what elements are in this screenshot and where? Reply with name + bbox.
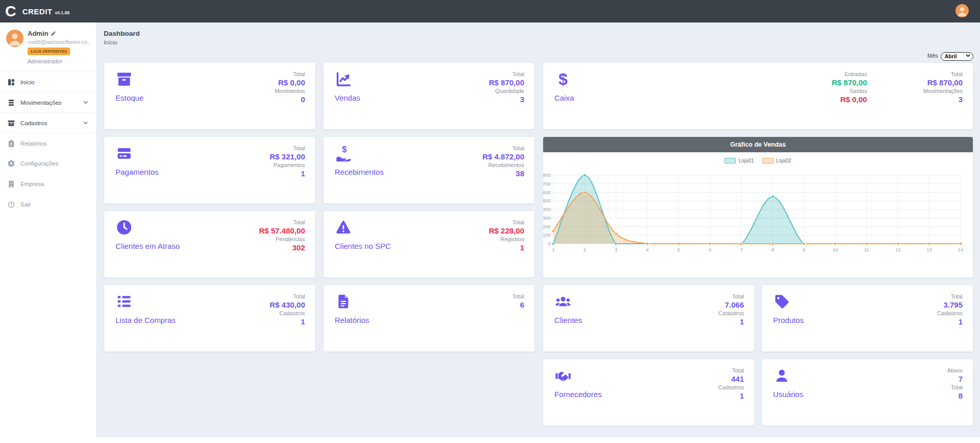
stat-value: 8 bbox=[947, 391, 963, 400]
svg-text:200: 200 bbox=[543, 224, 551, 229]
card-title[interactable]: Produtos bbox=[773, 316, 804, 324]
card-title[interactable]: Clientes bbox=[554, 316, 582, 324]
tag-icon bbox=[773, 293, 791, 311]
sidebar-item-empresa[interactable]: Empresa bbox=[0, 174, 96, 194]
stat-value: R$ 870,00 bbox=[923, 78, 963, 87]
stat-label: Recebimentos bbox=[482, 161, 524, 169]
svg-text:500: 500 bbox=[543, 198, 551, 203]
card-vendas[interactable]: VendasTotalR$ 870,00Quantidade3 bbox=[323, 63, 534, 129]
month-select[interactable]: Abril bbox=[941, 52, 973, 61]
sidebar: Admin credit@anronsoftware.co... LOJA VE… bbox=[0, 22, 96, 443]
stat-value: 3 bbox=[489, 95, 524, 104]
stat-value: 1 bbox=[489, 243, 524, 252]
chevron-down-icon bbox=[82, 120, 89, 126]
card-usuarios[interactable]: UsuáriosAtivos7Total8 bbox=[762, 359, 973, 426]
app-version: v0.1.88 bbox=[55, 10, 69, 15]
svg-text:12: 12 bbox=[895, 247, 901, 252]
card-title[interactable]: Clientes no SPC bbox=[335, 242, 391, 250]
card-clientes-em-atraso[interactable]: Clientes em AtrasoTotalR$ 57.480,00Pendê… bbox=[104, 211, 315, 277]
card-title[interactable]: Clientes em Atraso bbox=[115, 242, 180, 250]
svg-text:0: 0 bbox=[548, 241, 551, 246]
stat-value: 0 bbox=[275, 95, 305, 104]
stat-label: Registros bbox=[489, 236, 524, 243]
person-icon bbox=[955, 4, 969, 17]
stat-label: Total bbox=[482, 145, 524, 152]
svg-text:11: 11 bbox=[864, 247, 869, 252]
person-icon bbox=[6, 30, 24, 47]
sidebar-item-label: Empresa bbox=[20, 181, 44, 187]
legend-label: Loja02 bbox=[776, 158, 791, 164]
sidebar-item-inicio[interactable]: Início bbox=[0, 72, 96, 92]
chart-line-icon bbox=[335, 71, 353, 88]
profile-role: Administrador bbox=[28, 58, 90, 64]
card-title[interactable]: Relatórios bbox=[335, 316, 369, 324]
svg-text:13: 13 bbox=[926, 247, 932, 252]
stat-value: R$ 57.480,00 bbox=[259, 226, 305, 235]
edit-profile-icon[interactable] bbox=[51, 31, 56, 36]
stat-value: R$ 0,00 bbox=[832, 95, 867, 104]
card-title[interactable]: Recebimentos bbox=[335, 168, 384, 176]
card-relatorios[interactable]: RelatóriosTotal6 bbox=[323, 285, 534, 352]
profile-avatar[interactable] bbox=[6, 30, 24, 47]
svg-text:9: 9 bbox=[803, 247, 805, 252]
sidebar-item-label: Configurações bbox=[20, 160, 58, 167]
user-avatar-button[interactable] bbox=[955, 4, 969, 17]
top-navbar: C CREDIT v0.1.88 bbox=[0, 0, 980, 22]
card-fornecedores[interactable]: FornecedoresTotal441Cadastros1 bbox=[543, 359, 754, 426]
app-logo: C bbox=[5, 0, 16, 22]
stat-value: R$ 0,00 bbox=[275, 78, 305, 87]
sidebar-item-cadastros[interactable]: Cadastros bbox=[0, 112, 96, 133]
card-produtos[interactable]: ProdutosTotal3.795Cadastros1 bbox=[762, 285, 973, 352]
hand-dollar-icon: $ bbox=[335, 145, 353, 162]
stat-label: Entradas bbox=[832, 71, 867, 78]
profile-name: Admin bbox=[28, 30, 48, 37]
legend-item-loja02[interactable]: Loja02 bbox=[762, 158, 791, 164]
svg-text:2: 2 bbox=[584, 247, 586, 252]
stat-label: Pendências bbox=[259, 236, 305, 243]
legend-swatch bbox=[762, 158, 774, 164]
svg-text:1: 1 bbox=[552, 247, 554, 252]
svg-text:4: 4 bbox=[646, 247, 648, 252]
card-title[interactable]: Usuários bbox=[773, 390, 803, 399]
stat-label: Cadastros bbox=[270, 310, 305, 317]
sidebar-item-relatorios[interactable]: Relatórios bbox=[0, 133, 96, 153]
card-clientes-no-spc[interactable]: Clientes no SPCTotalR$ 228,00Registros1 bbox=[323, 211, 534, 277]
stat-label: Total bbox=[259, 219, 305, 226]
stat-label: Pagamentos bbox=[270, 161, 305, 169]
sidebar-item-movimentacoes[interactable]: Movimentações bbox=[0, 92, 96, 112]
card-pagamentos[interactable]: PagamentosTotalR$ 321,00Pagamentos1 bbox=[104, 137, 315, 203]
month-filter: Mês Abril bbox=[927, 51, 973, 61]
store-badge: LOJA VERTENTES bbox=[28, 48, 70, 55]
legend-swatch bbox=[725, 158, 736, 164]
card-title[interactable]: Fornecedores bbox=[554, 390, 602, 399]
handshake-icon bbox=[554, 367, 573, 385]
user-icon bbox=[773, 367, 791, 385]
sidebar-item-sair[interactable]: Sair bbox=[0, 194, 96, 215]
card-title[interactable]: Caixa bbox=[554, 94, 574, 102]
sales-area-chart: 0100200300400500600700800123456789101112… bbox=[543, 166, 973, 277]
stat-value: R$ 228,00 bbox=[489, 226, 524, 235]
chart-title: Gráfico de Vendas bbox=[543, 137, 973, 152]
building-icon bbox=[7, 180, 15, 188]
sidebar-item-configuracoes[interactable]: Configurações bbox=[0, 153, 96, 174]
sidebar-item-label: Relatórios bbox=[20, 141, 47, 147]
card-title[interactable]: Estoque bbox=[115, 94, 144, 102]
stat-value: 1 bbox=[270, 317, 305, 326]
legend-item-loja01[interactable]: Loja01 bbox=[725, 158, 754, 164]
stat-label: Quantidade bbox=[489, 87, 524, 95]
card-clientes[interactable]: ClientesTotal7.066Cadastros1 bbox=[543, 285, 754, 352]
svg-text:3: 3 bbox=[615, 247, 617, 252]
card-caixa[interactable]: $CaixaEntradasR$ 870,00SaídasR$ 0,00Tota… bbox=[543, 63, 973, 129]
card-recebimentos[interactable]: $RecebimentosTotalR$ 4.872,00Recebimento… bbox=[323, 137, 534, 203]
card-lista-de-compras[interactable]: Lista de ComprasTotalR$ 430,00Cadastros1 bbox=[104, 285, 315, 352]
profile-email: credit@anronsoftware.co... bbox=[28, 39, 90, 45]
card-title[interactable]: Vendas bbox=[335, 94, 360, 102]
stat-label: Total bbox=[923, 71, 963, 78]
stat-value: 6 bbox=[512, 300, 524, 309]
stat-value: 302 bbox=[259, 243, 305, 252]
card-estoque[interactable]: EstoqueTotalR$ 0,00Movimentos0 bbox=[104, 63, 315, 129]
database-icon bbox=[7, 99, 15, 107]
list-icon bbox=[115, 293, 134, 311]
card-title[interactable]: Pagamentos bbox=[115, 168, 158, 176]
card-title[interactable]: Lista de Compras bbox=[115, 316, 176, 324]
